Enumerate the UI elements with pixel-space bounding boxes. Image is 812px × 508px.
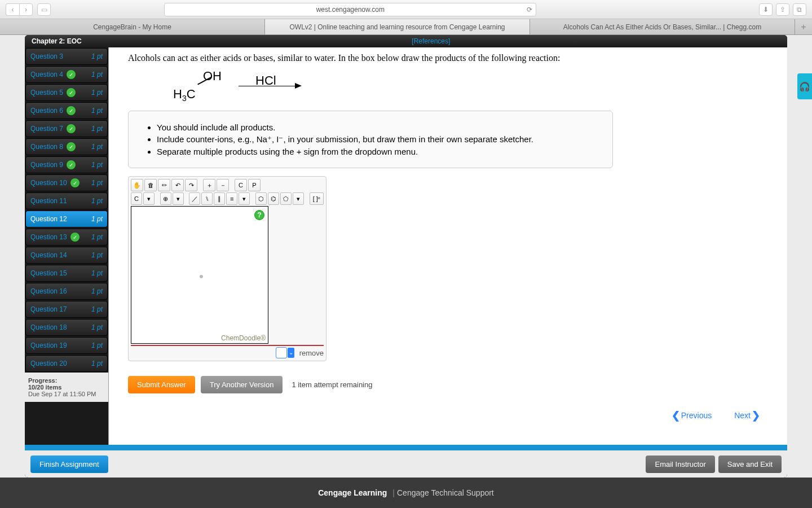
- back-button[interactable]: ‹: [6, 3, 19, 16]
- clear-tool-icon[interactable]: 🗑: [144, 179, 157, 191]
- ring-benzene-icon[interactable]: ⌬: [268, 192, 279, 205]
- browser-toolbar: ‹ › ▭ west.cengagenow.com ⟳ ⬇ ⇪ ⧉: [0, 0, 812, 19]
- sidebar-item-question-8[interactable]: Question 8✓1 pt: [25, 138, 108, 155]
- browser-tab-1[interactable]: OWLv2 | Online teaching and learning res…: [265, 19, 530, 34]
- copy-tool-icon[interactable]: C: [235, 179, 247, 191]
- question-label: Question 12: [30, 215, 67, 223]
- question-label: Question 16: [30, 287, 67, 295]
- question-label: Question 5: [30, 89, 63, 97]
- undo-tool-icon[interactable]: ↶: [171, 179, 184, 191]
- ring-pent-icon[interactable]: ⬠: [280, 192, 292, 205]
- check-icon: ✓: [67, 142, 76, 151]
- bond-single-icon[interactable]: ／: [189, 192, 200, 205]
- hint-2: Include counter-ions, e.g., Na⁺, I⁻, in …: [157, 134, 601, 144]
- forward-button[interactable]: ›: [19, 3, 33, 16]
- try-another-button[interactable]: Try Another Version: [201, 376, 283, 393]
- element-dropdown-icon[interactable]: ▾: [143, 192, 155, 205]
- label-oh: OH: [203, 69, 222, 84]
- save-exit-button[interactable]: Save and Exit: [718, 456, 782, 473]
- ring-hex-icon[interactable]: ⬡: [255, 192, 267, 205]
- sidebar-item-question-6[interactable]: Question 6✓1 pt: [25, 102, 108, 119]
- downloads-icon[interactable]: ⬇: [759, 3, 773, 16]
- points-label: 1 pt: [91, 323, 103, 331]
- sketcher-select[interactable]: [276, 347, 287, 358]
- question-label: Question 3: [30, 52, 63, 60]
- remove-link[interactable]: remove: [299, 349, 324, 357]
- sidebar-toggle-icon[interactable]: ▭: [37, 3, 51, 16]
- reload-icon[interactable]: ⟳: [527, 6, 532, 14]
- sidebar-item-question-14[interactable]: Question 141 pt: [25, 247, 108, 264]
- question-label: Question 17: [30, 305, 67, 313]
- support-tab-icon[interactable]: 🎧: [797, 73, 812, 99]
- redo-tool-icon[interactable]: ↷: [185, 179, 197, 191]
- question-label: Question 10: [30, 179, 67, 187]
- sidebar-item-question-16[interactable]: Question 161 pt: [25, 283, 108, 300]
- bond-triple-icon[interactable]: ≡: [226, 192, 237, 205]
- check-icon: ✓: [67, 88, 76, 97]
- sidebar-item-question-9[interactable]: Question 9✓1 pt: [25, 156, 108, 173]
- references-link[interactable]: [References]: [412, 37, 450, 45]
- paste-tool-icon[interactable]: P: [248, 179, 261, 191]
- chemdoodle-brand: ChemDoodle®: [221, 334, 266, 342]
- bond-double-icon[interactable]: ∥: [214, 192, 225, 205]
- sidebar-item-question-20[interactable]: Question 201 pt: [25, 355, 108, 372]
- hand-tool-icon[interactable]: ✋: [131, 179, 143, 191]
- tab-bar: CengageBrain - My Home OWLv2 | Online te…: [0, 19, 812, 35]
- footer-brand: Cengage Learning: [318, 488, 387, 497]
- sidebar-item-question-5[interactable]: Question 5✓1 pt: [25, 84, 108, 101]
- points-label: 1 pt: [91, 215, 103, 223]
- points-label: 1 pt: [91, 52, 103, 60]
- bracket-tool-icon[interactable]: [ ]ⁿ: [310, 192, 324, 205]
- question-label: Question 9: [30, 161, 63, 169]
- browser-tab-2[interactable]: Alcohols Can Act As Either Acids Or Base…: [530, 19, 795, 34]
- sidebar-item-question-19[interactable]: Question 191 pt: [25, 337, 108, 354]
- sketcher: ✋ 🗑 ✏ ↶ ↷ ＋ － C P C ▾: [128, 176, 326, 361]
- progress-box: Progress:10/20 itemsDue Sep 17 at 11:50 …: [25, 373, 108, 402]
- placeholder-atom-icon: [200, 275, 203, 278]
- bottom-bar: Finish Assignment Email Instructor Save …: [25, 450, 787, 478]
- ring-dropdown-icon[interactable]: ▾: [293, 192, 304, 205]
- element-c-button[interactable]: C: [131, 192, 142, 205]
- email-instructor-button[interactable]: Email Instructor: [646, 456, 714, 473]
- zoom-in-icon[interactable]: ＋: [203, 179, 215, 191]
- url-bar[interactable]: west.cengagenow.com ⟳: [164, 3, 536, 16]
- browser-tab-0[interactable]: CengageBrain - My Home: [0, 19, 265, 34]
- question-label: Question 19: [30, 341, 67, 349]
- url-text: west.cengagenow.com: [316, 6, 385, 14]
- points-label: 1 pt: [91, 341, 103, 349]
- share-icon[interactable]: ⇪: [776, 3, 789, 16]
- zoom-out-icon[interactable]: －: [217, 179, 229, 191]
- sidebar-item-question-3[interactable]: Question 31 pt: [25, 48, 108, 65]
- submit-answer-button[interactable]: Submit Answer: [128, 376, 195, 393]
- sidebar-item-question-4[interactable]: Question 4✓1 pt: [25, 66, 108, 83]
- question-label: Question 20: [30, 360, 67, 367]
- sidebar-item-question-7[interactable]: Question 7✓1 pt: [25, 120, 108, 137]
- bond-dropdown-icon[interactable]: ▾: [239, 192, 250, 205]
- previous-link[interactable]: ❮Previous: [672, 409, 712, 422]
- chevron-right-icon: ❯: [752, 409, 760, 422]
- points-label: 1 pt: [91, 143, 103, 151]
- sidebar-item-question-18[interactable]: Question 181 pt: [25, 319, 108, 336]
- reaction-arrow-icon: HCl: [239, 86, 301, 86]
- sidebar-item-question-10[interactable]: Question 10✓1 pt: [25, 174, 108, 191]
- help-icon[interactable]: ?: [254, 210, 264, 220]
- points-label: 1 pt: [91, 305, 103, 313]
- sidebar-item-question-15[interactable]: Question 151 pt: [25, 265, 108, 282]
- sidebar-item-question-17[interactable]: Question 171 pt: [25, 301, 108, 318]
- charge-dropdown-icon[interactable]: ▾: [173, 192, 184, 205]
- sketch-toolbar-1: ✋ 🗑 ✏ ↶ ↷ ＋ － C P: [131, 179, 324, 191]
- sidebar-item-question-11[interactable]: Question 111 pt: [25, 192, 108, 209]
- finish-assignment-button[interactable]: Finish Assignment: [30, 456, 108, 473]
- question-label: Question 4: [30, 71, 63, 78]
- sidebar-item-question-13[interactable]: Question 13✓1 pt: [25, 229, 108, 246]
- divider-strip: [25, 445, 787, 450]
- charge-tool-icon[interactable]: ⊕: [160, 192, 171, 205]
- next-link[interactable]: Next❯: [734, 409, 760, 422]
- erase-tool-icon[interactable]: ✏: [158, 179, 170, 191]
- sketch-canvas[interactable]: ? ChemDoodle®: [131, 206, 268, 344]
- bond-recessed-icon[interactable]: ⑊: [201, 192, 213, 205]
- new-tab-button[interactable]: +: [795, 19, 812, 34]
- sidebar-item-question-12[interactable]: Question 121 pt: [25, 211, 108, 227]
- footer-support-link[interactable]: Cengage Technical Support: [397, 488, 494, 497]
- tabs-icon[interactable]: ⧉: [793, 3, 806, 16]
